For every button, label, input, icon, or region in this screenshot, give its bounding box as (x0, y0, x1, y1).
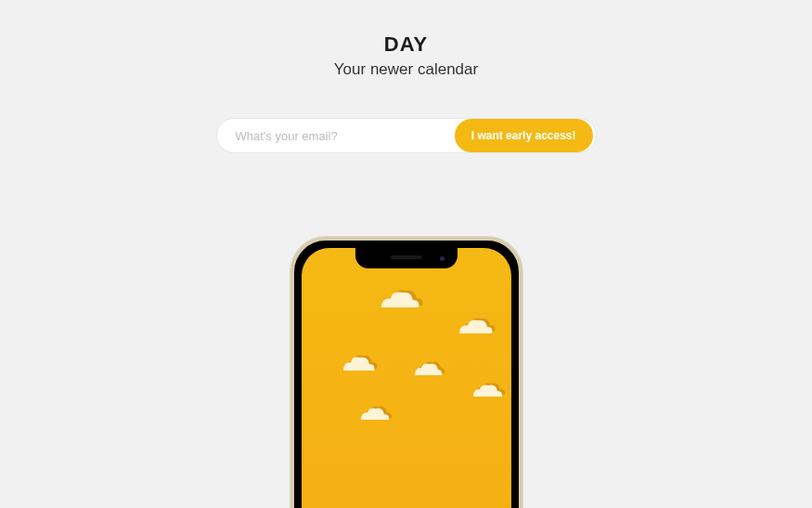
app-title: DAY (384, 33, 428, 57)
speaker-icon (391, 255, 422, 259)
phone-frame (290, 237, 522, 508)
cloud-icon (455, 313, 497, 337)
early-access-button[interactable]: I want early access! (455, 119, 593, 152)
phone-mockup (290, 237, 522, 508)
cloud-icon (469, 378, 508, 400)
phone-notch (355, 248, 458, 268)
cloud-icon (339, 350, 380, 374)
camera-icon (440, 256, 445, 261)
phone-screen (302, 248, 511, 508)
cloud-icon (357, 401, 394, 423)
early-access-form: I want early access! (216, 118, 597, 153)
cloud-icon (376, 285, 424, 313)
email-input[interactable] (236, 129, 455, 143)
cloud-icon (411, 358, 446, 378)
app-tagline: Your newer calendar (334, 60, 478, 79)
